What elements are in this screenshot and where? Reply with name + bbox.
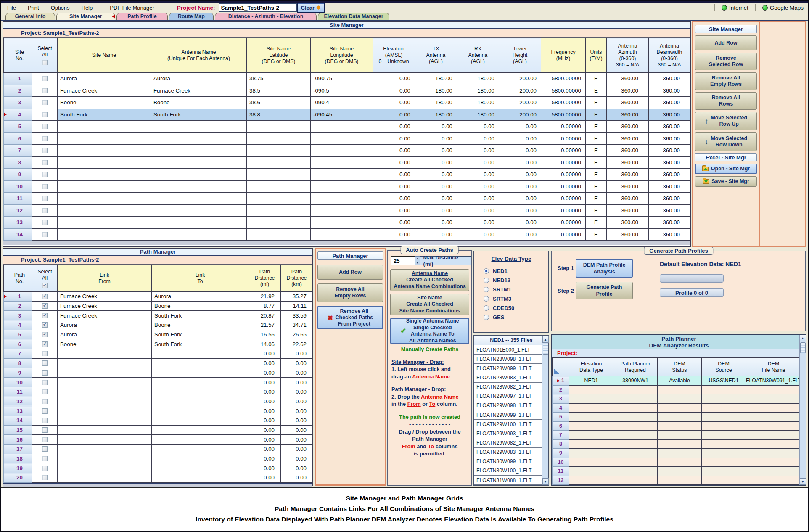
latitude-cell[interactable] (247, 121, 311, 133)
path-row[interactable]: 70.000.00 (4, 349, 313, 359)
dem-empty-cell[interactable] (658, 485, 702, 485)
select-cell[interactable] (32, 378, 58, 387)
select-cell[interactable] (32, 339, 58, 349)
distance-mi-cell[interactable]: 0.00 (249, 368, 281, 378)
path-select-checkbox[interactable] (42, 322, 48, 328)
beamwidth-cell[interactable]: 360.00 (649, 109, 690, 121)
dem-path-profile-analysis-button[interactable]: DEM Path Profile Analysis (576, 259, 633, 278)
azimuth-cell[interactable]: 360.00 (607, 121, 649, 133)
site-name-cell[interactable] (58, 180, 151, 193)
scroll-down-icon[interactable]: ▼ (542, 478, 549, 485)
link-to-cell[interactable] (152, 463, 249, 473)
select-cell[interactable] (32, 109, 58, 121)
site-name-cell[interactable] (58, 193, 151, 205)
latitude-cell[interactable] (247, 145, 311, 157)
dem-empty-cell[interactable] (658, 439, 702, 449)
link-from-cell[interactable] (58, 435, 152, 445)
tab-path-profile[interactable]: Path Profile (116, 13, 168, 20)
tower-height-cell[interactable]: 0.00 (499, 121, 541, 133)
link-to-cell[interactable] (152, 368, 249, 378)
azimuth-cell[interactable]: 360.00 (607, 73, 649, 85)
menu-file[interactable]: File (1, 3, 22, 12)
generate-path-profile-button[interactable]: Generate Path Profile (576, 282, 633, 299)
dem-empty-cell[interactable] (569, 449, 613, 458)
longitude-cell[interactable] (311, 217, 373, 229)
distance-km-cell[interactable]: 0.00 (281, 406, 313, 416)
site-name-cell[interactable] (58, 156, 151, 169)
link-from-cell[interactable] (58, 463, 152, 473)
beamwidth-cell[interactable]: 360.00 (649, 228, 690, 241)
link-to-cell[interactable]: Aurora (152, 292, 249, 302)
longitude-cell[interactable] (311, 193, 373, 205)
tower-height-cell[interactable]: 200.00 (499, 109, 541, 121)
latitude-cell[interactable] (247, 204, 311, 217)
dem-status-cell[interactable]: Available (658, 376, 702, 386)
link-to-cell[interactable]: Boone (152, 301, 249, 311)
tx-antenna-cell[interactable]: 0.00 (415, 156, 457, 169)
path-row[interactable]: 3Furnace CreekSouth Fork20.8733.59 (4, 311, 313, 320)
distance-km-cell[interactable]: 0.00 (281, 416, 313, 425)
latitude-cell[interactable] (247, 228, 311, 241)
file-list-item[interactable]: FLOATN29W100_1.FLT (474, 420, 542, 429)
dem-row[interactable]: 3 (553, 394, 800, 404)
tx-antenna-cell[interactable]: 0.00 (415, 132, 457, 145)
select-cell[interactable] (32, 73, 58, 85)
dem-row[interactable]: ▸ 1NED138090NW1AvailableUSGS\NED1FLOATN3… (553, 376, 800, 386)
distance-mi-cell[interactable]: 0.00 (249, 397, 281, 406)
azimuth-cell[interactable]: 360.00 (607, 145, 649, 157)
path-row[interactable]: 110.000.00 (4, 387, 313, 397)
dem-empty-cell[interactable] (613, 485, 658, 485)
select-cell[interactable] (32, 121, 58, 133)
site-name-cell[interactable]: Boone (58, 97, 151, 109)
remove-selected-row-button[interactable]: Remove Selected Row (695, 53, 757, 70)
select-cell[interactable] (32, 349, 58, 359)
elevation-cell[interactable]: 0.00 (373, 109, 415, 121)
rx-antenna-cell[interactable]: 180.00 (457, 109, 499, 121)
units-cell[interactable]: E (586, 193, 607, 205)
link-to-cell[interactable] (152, 445, 249, 454)
beamwidth-cell[interactable]: 360.00 (649, 132, 690, 145)
tab-elevation-data-manager[interactable]: Elevation Data Manager (318, 13, 389, 20)
antenna-name-cell[interactable] (151, 169, 247, 181)
antenna-name-cell[interactable]: Furnace Creek (151, 85, 247, 97)
menu-options[interactable]: Options (45, 3, 76, 12)
dem-empty-cell[interactable] (613, 476, 658, 485)
site-row[interactable]: 130.000.000.000.000.00000E360.00360.00 (4, 217, 690, 229)
select-cell[interactable] (32, 292, 58, 302)
distance-km-cell[interactable]: 0.00 (281, 463, 313, 473)
dem-empty-cell[interactable] (746, 421, 800, 431)
site-name-cell[interactable]: Furnace Creek (58, 85, 151, 97)
dem-empty-cell[interactable] (746, 394, 800, 404)
dem-empty-cell[interactable] (746, 413, 800, 422)
path-select-all-checkbox[interactable] (42, 283, 48, 288)
path-select-checkbox[interactable] (42, 294, 48, 299)
dem-results-scrollbar[interactable]: ▲ ▼ (799, 335, 806, 485)
site-select-checkbox[interactable] (42, 196, 48, 201)
select-cell[interactable] (32, 156, 58, 169)
site-select-checkbox[interactable] (42, 76, 48, 81)
file-list-item[interactable]: FLOATN28W083_1.FLT (474, 373, 542, 382)
dem-empty-cell[interactable] (658, 385, 702, 394)
distance-km-cell[interactable]: 0.00 (281, 425, 313, 435)
distance-km-cell[interactable]: 0.00 (281, 473, 313, 483)
dem-empty-cell[interactable] (569, 385, 613, 394)
elev-option-ges[interactable]: GES (484, 314, 548, 320)
distance-mi-cell[interactable]: 0.00 (249, 454, 281, 463)
distance-km-cell[interactable]: 33.59 (281, 311, 313, 320)
antenna-name-cell[interactable] (151, 145, 247, 157)
distance-mi-cell[interactable]: 21.57 (249, 320, 281, 330)
elevation-cell[interactable]: 0.00 (373, 180, 415, 193)
elevation-cell[interactable]: 0.00 (373, 121, 415, 133)
dem-empty-cell[interactable] (746, 458, 800, 467)
link-from-cell[interactable] (58, 406, 152, 416)
file-list-item[interactable]: FLOATN30W100_1.FLT (474, 466, 542, 476)
file-list-item[interactable]: FLOATN29W093_1.FLT (474, 429, 542, 438)
dem-empty-cell[interactable] (702, 385, 746, 394)
max-distance-input[interactable] (391, 256, 415, 265)
dem-row[interactable]: 5 (553, 413, 800, 422)
save-site-mgr-button[interactable]: Save - Site Mgr (695, 176, 757, 187)
distance-km-cell[interactable]: 0.00 (281, 368, 313, 378)
tx-antenna-cell[interactable]: 180.00 (415, 85, 457, 97)
longitude-cell[interactable] (311, 228, 373, 241)
dem-empty-cell[interactable] (569, 403, 613, 413)
